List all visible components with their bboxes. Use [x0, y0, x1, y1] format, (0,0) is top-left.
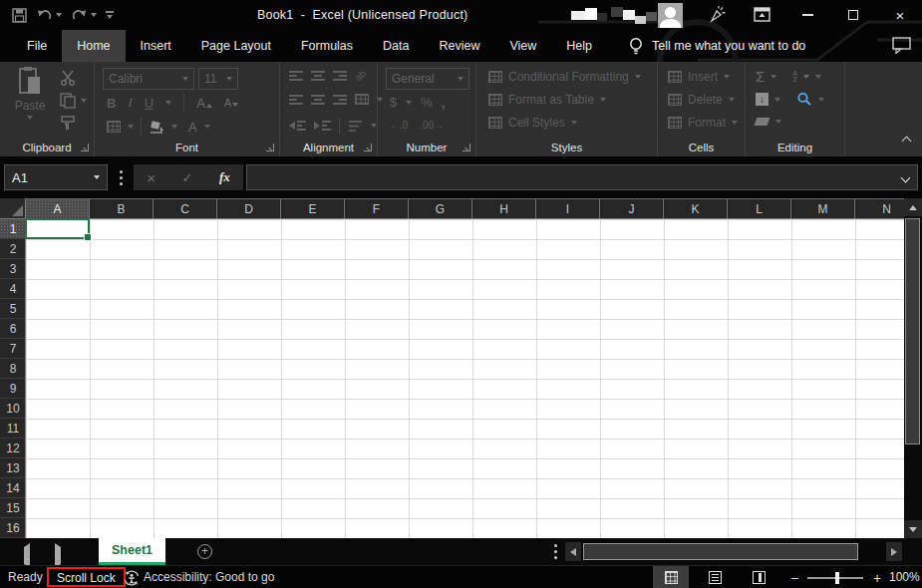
undo-dropdown-caret[interactable]	[56, 13, 62, 17]
column-header-N[interactable]: N	[855, 199, 904, 219]
vertical-scrollbar[interactable]	[904, 198, 922, 538]
tab-review[interactable]: Review	[424, 30, 494, 62]
customize-quick-access-toolbar-button[interactable]	[106, 11, 114, 19]
row-header-14[interactable]: 14	[0, 478, 26, 498]
tab-home[interactable]: Home	[62, 30, 125, 62]
undo-button[interactable]	[36, 8, 62, 22]
collapse-ribbon-button[interactable]	[903, 131, 910, 148]
enter-button[interactable]: ✓	[181, 170, 192, 185]
zoom-slider-thumb[interactable]	[835, 572, 839, 584]
decrease-indent-button[interactable]	[289, 121, 306, 131]
row-header-15[interactable]: 15	[0, 498, 26, 518]
increase-font-size-button[interactable]: A	[196, 96, 212, 111]
font-dialog-launcher[interactable]	[266, 144, 274, 151]
save-button[interactable]	[12, 8, 27, 23]
tab-formulas[interactable]: Formulas	[286, 30, 368, 62]
new-sheet-button[interactable]: +	[197, 544, 212, 559]
font-name-combo[interactable]: Calibri	[103, 68, 194, 90]
vertical-scrollbar-thumb[interactable]	[905, 218, 920, 444]
column-header-B[interactable]: B	[90, 199, 154, 219]
column-header-L[interactable]: L	[728, 199, 791, 219]
row-header-3[interactable]: 3	[0, 259, 26, 279]
decrease-decimal-button[interactable]: .00→	[420, 120, 444, 131]
borders-icon[interactable]	[107, 121, 121, 133]
merge-center-icon[interactable]	[355, 94, 369, 105]
page-break-preview-button[interactable]	[741, 566, 776, 588]
tab-scrollbar-divider-dots[interactable]	[554, 544, 557, 547]
maximize-button[interactable]	[839, 0, 867, 30]
expand-formula-bar-chevron[interactable]	[901, 172, 911, 182]
sheet-tab-sheet1[interactable]: Sheet1	[99, 538, 165, 565]
row-header-11[interactable]: 11	[0, 419, 26, 439]
zoom-in-button[interactable]: +	[873, 566, 881, 588]
fill-color-icon[interactable]	[149, 120, 164, 134]
scroll-down-button[interactable]	[904, 520, 922, 538]
decrease-font-size-button[interactable]: A	[224, 97, 238, 109]
ribbon-display-options-icon[interactable]	[754, 7, 770, 23]
find-select-icon[interactable]	[796, 92, 812, 107]
paste-button[interactable]: Paste	[8, 66, 52, 136]
clear-icon[interactable]	[755, 118, 770, 126]
row-header-6[interactable]: 6	[0, 319, 26, 339]
column-header-A[interactable]: A	[26, 199, 90, 219]
active-cell-outline[interactable]	[25, 218, 90, 239]
close-button[interactable]: ×	[886, 0, 914, 30]
whats-new-icon[interactable]	[708, 5, 728, 25]
orientation-button[interactable]: ab	[353, 68, 369, 84]
cancel-button[interactable]: ×	[147, 169, 155, 186]
minimize-button[interactable]	[793, 0, 821, 30]
clear-caret[interactable]	[775, 120, 781, 124]
column-header-K[interactable]: K	[664, 199, 728, 219]
user-avatar[interactable]	[658, 3, 683, 28]
sheet-grid[interactable]	[26, 219, 904, 538]
format-painter-icon[interactable]	[60, 115, 76, 131]
sort-filter-button[interactable]: A Z	[792, 71, 797, 83]
conditional-formatting-button[interactable]: Conditional Formatting	[488, 70, 641, 84]
format-as-table-button[interactable]: Format as Table	[488, 93, 606, 107]
wrap-text-caret[interactable]	[371, 124, 377, 128]
row-header-4[interactable]: 4	[0, 279, 26, 299]
comment-icon[interactable]	[892, 37, 911, 54]
scroll-up-button[interactable]	[904, 198, 922, 216]
previous-sheet-button[interactable]	[24, 547, 30, 565]
column-header-E[interactable]: E	[281, 199, 345, 219]
horizontal-scrollbar-thumb[interactable]	[583, 543, 858, 560]
copy-icon[interactable]	[60, 93, 76, 109]
cell-styles-button[interactable]: Cell Styles	[488, 116, 577, 130]
find-select-caret[interactable]	[818, 98, 824, 102]
cell-mode-indicator[interactable]: Ready	[8, 570, 43, 584]
row-header-10[interactable]: 10	[0, 399, 26, 419]
top-align-button[interactable]	[289, 71, 303, 81]
borders-dropdown-caret[interactable]	[128, 125, 134, 129]
column-header-J[interactable]: J	[600, 199, 664, 219]
column-header-I[interactable]: I	[536, 199, 600, 219]
fill-down-icon[interactable]: ↓	[756, 93, 768, 106]
redo-dropdown-caret[interactable]	[91, 13, 97, 17]
accounting-format-caret[interactable]	[406, 101, 412, 105]
align-left-button[interactable]	[289, 95, 303, 105]
scroll-right-button[interactable]	[886, 542, 902, 561]
row-header-16[interactable]: 16	[0, 518, 26, 538]
scroll-left-button[interactable]	[565, 542, 581, 561]
italic-button[interactable]: I	[128, 95, 132, 111]
row-header-9[interactable]: 9	[0, 379, 26, 399]
increase-indent-button[interactable]	[314, 121, 331, 131]
middle-align-button[interactable]	[311, 71, 325, 81]
select-all-corner[interactable]	[0, 198, 26, 219]
zoom-level[interactable]: 100%	[889, 570, 920, 584]
row-header-5[interactable]: 5	[0, 299, 26, 319]
cut-icon[interactable]	[60, 70, 76, 86]
alignment-dialog-launcher[interactable]	[364, 144, 372, 151]
increase-decimal-button[interactable]: ←.0	[390, 120, 408, 131]
tab-insert[interactable]: Insert	[126, 30, 186, 62]
percent-style-button[interactable]: %	[421, 95, 433, 110]
name-box-divider-dots[interactable]	[120, 170, 123, 173]
align-right-button[interactable]	[333, 95, 347, 105]
sort-filter-caret[interactable]	[815, 75, 821, 79]
name-box[interactable]: A1	[4, 164, 108, 190]
zoom-slider[interactable]	[807, 577, 863, 579]
column-header-D[interactable]: D	[217, 199, 281, 219]
tab-data[interactable]: Data	[368, 30, 424, 62]
row-header-7[interactable]: 7	[0, 339, 26, 359]
redo-button[interactable]	[71, 8, 97, 22]
